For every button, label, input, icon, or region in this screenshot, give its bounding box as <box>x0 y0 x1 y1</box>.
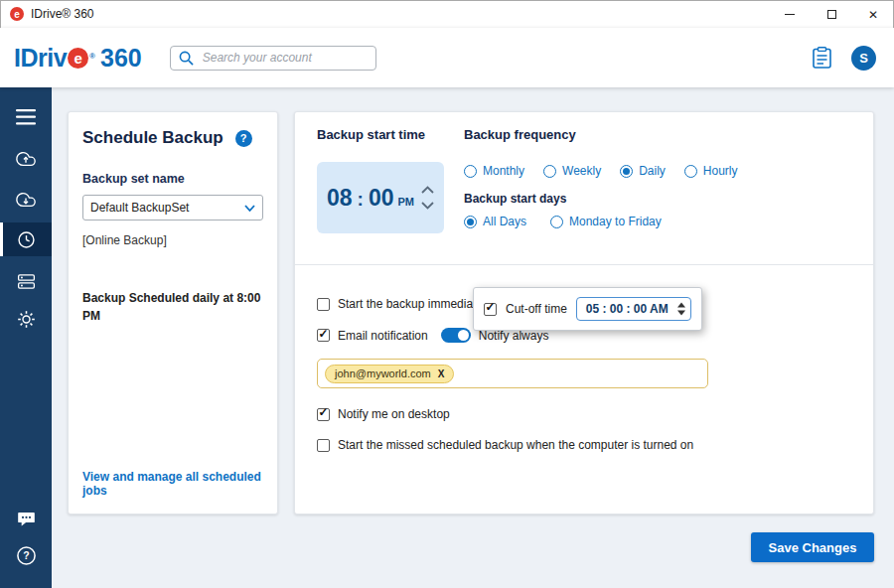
maximize-button[interactable] <box>811 0 852 28</box>
time-picker[interactable]: 08 : 00 PM <box>317 162 444 233</box>
radio-label: Monday to Friday <box>569 215 662 228</box>
help-icon[interactable]: ? <box>0 538 52 572</box>
cloud-backup-icon[interactable] <box>0 142 52 176</box>
email-notification-label: Email notification <box>338 329 428 343</box>
minimize-button[interactable] <box>769 0 811 28</box>
notify-desktop-option[interactable]: Notify me on desktop <box>317 407 450 421</box>
schedule-status-text: Backup Scheduled daily at 8:00 PM <box>82 289 263 325</box>
backup-frequency-label: Backup frequency <box>464 127 576 142</box>
save-changes-button[interactable]: Save Changes <box>751 532 874 562</box>
logo-e-badge: e <box>68 48 88 69</box>
frequency-radio-group: Monthly Weekly Daily Hourly <box>464 164 738 178</box>
cutoff-time-value: 05 : 00 : 00 AM <box>586 302 669 316</box>
backup-set-select[interactable]: Default BackupSet <box>82 195 263 220</box>
email-recipients-field[interactable]: john@myworld.com X <box>317 359 708 388</box>
reports-icon[interactable] <box>813 47 831 69</box>
missed-backup-label: Start the missed scheduled backup when t… <box>338 438 693 452</box>
radio-label: Hourly <box>703 164 738 178</box>
logo-360: 360 <box>100 44 142 73</box>
logo-text: IDriv <box>14 44 67 73</box>
radio-monday-to-friday[interactable]: Monday to Friday <box>550 215 662 228</box>
time-separator: : <box>358 189 364 211</box>
time-spinner-down-icon[interactable] <box>421 202 434 210</box>
chat-icon[interactable] <box>0 502 52 535</box>
missed-backup-option[interactable]: Start the missed scheduled backup when t… <box>317 438 693 452</box>
schedule-backup-panel: Schedule Backup Backup set name Default … <box>68 111 278 514</box>
idrive-logo: IDrive®360 <box>14 44 142 73</box>
search-input[interactable] <box>201 50 368 66</box>
radio-circle <box>543 165 556 178</box>
scheduler-icon[interactable] <box>0 222 52 256</box>
email-tag-text: john@myworld.com <box>335 368 431 379</box>
account-search[interactable] <box>170 46 376 71</box>
radio-all-days[interactable]: All Days <box>464 215 526 228</box>
svg-text:?: ? <box>23 549 29 561</box>
header-actions: S <box>813 46 876 71</box>
titlebar: e IDrive® 360 <box>0 0 894 28</box>
page-title: Schedule Backup <box>82 128 224 148</box>
app-header: IDrive®360 S <box>0 28 894 87</box>
radio-label: Weekly <box>562 164 601 178</box>
backup-set-name-label: Backup set name <box>82 172 263 186</box>
notify-desktop-checkbox[interactable] <box>317 408 330 421</box>
cutoff-checkbox[interactable] <box>484 303 497 316</box>
radio-circle <box>684 165 697 178</box>
radio-circle <box>464 165 477 178</box>
email-notification-checkbox[interactable] <box>317 329 330 342</box>
maximize-icon <box>827 10 836 19</box>
radio-circle <box>464 216 477 228</box>
radio-monthly[interactable]: Monthly <box>464 164 524 178</box>
time-spinner-up-icon[interactable] <box>421 186 434 194</box>
logo-registered-mark: ® <box>89 52 95 61</box>
email-tag: john@myworld.com X <box>325 365 454 383</box>
start-immediately-option[interactable]: Start the backup immediately <box>317 297 492 311</box>
backup-set-selected-value: Default BackupSet <box>90 201 189 215</box>
time-display: 08 : 00 PM <box>327 185 414 212</box>
cutoff-time-spinner[interactable]: 05 : 00 : 00 AM <box>576 297 691 321</box>
cutoff-spin-arrows <box>677 303 685 316</box>
search-icon <box>179 51 194 66</box>
close-button[interactable] <box>852 0 894 28</box>
cloud-restore-icon[interactable] <box>0 183 52 217</box>
cutoff-time-popup: Cut-off time 05 : 00 : 00 AM <box>473 287 702 331</box>
radio-weekly[interactable]: Weekly <box>543 164 601 178</box>
window-title: IDrive® 360 <box>31 7 94 21</box>
app-body: ? Schedule Backup Backup set name Defaul… <box>0 87 894 588</box>
radio-hourly[interactable]: Hourly <box>684 164 738 178</box>
radio-daily[interactable]: Daily <box>620 164 666 178</box>
sidebar: ? <box>0 87 52 588</box>
backup-start-days-label: Backup start days <box>464 192 566 206</box>
app-icon: e <box>10 7 24 21</box>
menu-icon[interactable] <box>0 100 52 134</box>
schedule-settings-panel: Backup start time 08 : 00 PM Backup freq… <box>294 111 874 514</box>
account-avatar[interactable]: S <box>851 46 876 71</box>
window-controls <box>769 0 894 28</box>
start-immediately-checkbox[interactable] <box>317 298 330 311</box>
time-minute: 00 <box>369 185 394 212</box>
radio-label: Monthly <box>483 164 524 178</box>
titlebar-left: e IDrive® 360 <box>10 7 94 21</box>
radio-label: All Days <box>483 215 526 228</box>
time-ampm: PM <box>398 196 415 208</box>
start-days-radio-group: All Days Monday to Friday <box>464 215 662 228</box>
devices-icon[interactable] <box>0 264 52 298</box>
missed-backup-checkbox[interactable] <box>317 439 330 452</box>
minimize-icon <box>785 14 795 15</box>
main-content: Schedule Backup Backup set name Default … <box>52 87 894 588</box>
cutoff-spinner-down-icon[interactable] <box>677 311 685 316</box>
notify-toggle[interactable] <box>441 328 471 343</box>
settings-icon[interactable] <box>0 302 52 336</box>
help-question-icon[interactable] <box>235 130 252 147</box>
close-icon <box>868 5 878 23</box>
radio-label: Daily <box>639 164 666 178</box>
notify-desktop-label: Notify me on desktop <box>338 407 450 421</box>
manage-scheduled-jobs-link[interactable]: View and manage all scheduled jobs <box>82 470 277 498</box>
email-tag-remove-icon[interactable]: X <box>438 368 445 379</box>
start-immediately-label: Start the backup immediately <box>338 297 492 311</box>
radio-circle <box>620 165 633 178</box>
cutoff-spinner-up-icon[interactable] <box>677 303 685 308</box>
cutoff-label: Cut-off time <box>506 302 567 316</box>
time-spinner <box>421 186 434 210</box>
idrive-360-window: e IDrive® 360 IDrive®360 S <box>0 0 894 588</box>
section-divider <box>295 264 873 265</box>
